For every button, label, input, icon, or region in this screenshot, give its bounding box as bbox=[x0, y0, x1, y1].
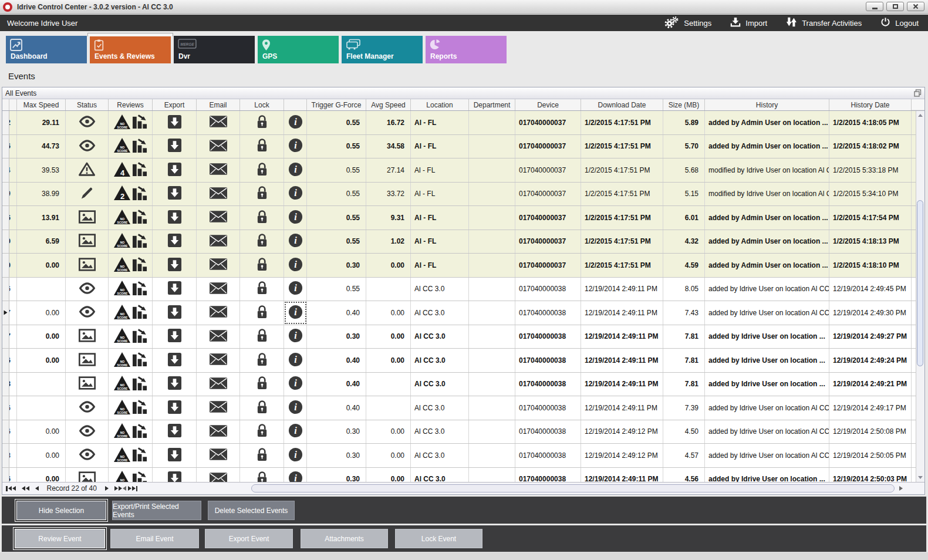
cell-download-date[interactable]: 1/2/2015 4:17:51 PM bbox=[581, 254, 663, 277]
cell-device[interactable]: 017040000038 bbox=[515, 420, 581, 444]
cell-size-mb[interactable]: 4.32 bbox=[663, 230, 705, 254]
cell-download-date[interactable]: 12/19/2014 2:49:11 PM bbox=[581, 349, 663, 372]
cell-max-speed[interactable]: 6.59 bbox=[17, 230, 66, 254]
cell-email[interactable] bbox=[197, 278, 240, 301]
cell-size-mb[interactable]: 7.43 bbox=[663, 301, 705, 325]
cell-email[interactable] bbox=[197, 158, 240, 182]
table-row[interactable]: 938.992i0.5533.72Al - FL0170400000371/2/… bbox=[2, 183, 924, 207]
cell-avg-speed[interactable] bbox=[366, 278, 411, 301]
cell-info[interactable]: i bbox=[284, 111, 307, 134]
cell-location[interactable]: Al CC 3.0 bbox=[411, 373, 469, 396]
cell-location[interactable]: Al CC 3.0 bbox=[411, 301, 469, 325]
cell-lock[interactable] bbox=[240, 230, 284, 254]
cell-max-speed[interactable]: 38.99 bbox=[17, 183, 66, 206]
horizontal-scrollbar-thumb[interactable] bbox=[251, 484, 895, 492]
cell-lock[interactable] bbox=[240, 183, 284, 206]
cell-avg-speed[interactable]: 0.00 bbox=[366, 254, 411, 277]
table-row[interactable]: 80.00NOSCOREi0.300.00Al CC 3.00170400000… bbox=[2, 444, 924, 468]
col-header-department[interactable]: Department bbox=[469, 99, 515, 110]
transfer-activities-button[interactable]: Transfer Activities bbox=[786, 17, 862, 29]
cell-department[interactable] bbox=[469, 373, 515, 396]
cell-reviews[interactable]: NOSCORE bbox=[109, 111, 153, 134]
table-row[interactable]: 00.00NOSCOREi0.300.00Al - FL017040000037… bbox=[2, 254, 924, 278]
cell-info[interactable]: i bbox=[284, 420, 307, 444]
email-event-button[interactable]: Email Event bbox=[110, 529, 199, 548]
cell-reviews[interactable]: NOSCORE bbox=[109, 254, 153, 277]
cell-location[interactable]: Al - FL bbox=[411, 230, 469, 254]
cell-location[interactable]: Al - FL bbox=[411, 111, 469, 134]
cell-partial-id[interactable]: 8 bbox=[9, 373, 17, 396]
cell-trigger-gforce[interactable]: 0.40 bbox=[307, 396, 366, 420]
cell-device[interactable]: 017040000037 bbox=[515, 254, 581, 277]
cell-lock[interactable] bbox=[240, 349, 284, 372]
last-record-button[interactable] bbox=[128, 486, 138, 491]
cell-export[interactable] bbox=[153, 278, 197, 301]
cell-trigger-gforce[interactable]: 0.40 bbox=[307, 373, 366, 396]
cell-info[interactable]: i bbox=[284, 254, 307, 277]
cell-device[interactable]: 017040000037 bbox=[515, 230, 581, 254]
cell-device[interactable]: 017040000037 bbox=[515, 206, 581, 230]
cell-department[interactable] bbox=[469, 420, 515, 444]
cell-department[interactable] bbox=[469, 349, 515, 372]
cell-location[interactable]: Al - FL bbox=[411, 206, 469, 230]
cell-avg-speed[interactable]: 0.00 bbox=[366, 444, 411, 467]
cell-location[interactable]: Al CC 3.0 bbox=[411, 468, 469, 483]
cell-department[interactable] bbox=[469, 254, 515, 277]
col-header-size-mb[interactable]: Size (MB) bbox=[663, 99, 705, 110]
cell-trigger-gforce[interactable]: 0.40 bbox=[307, 301, 366, 325]
maximize-button[interactable] bbox=[886, 2, 904, 11]
cell-partial-id[interactable]: 6 bbox=[9, 349, 17, 372]
cell-avg-speed[interactable]: 0.00 bbox=[366, 468, 411, 483]
cell-export[interactable] bbox=[153, 373, 197, 396]
cell-status[interactable] bbox=[66, 278, 109, 301]
export-event-button[interactable]: Export Event bbox=[205, 529, 293, 548]
cell-status[interactable] bbox=[66, 206, 109, 230]
cell-trigger-gforce[interactable]: 0.55 bbox=[307, 230, 366, 254]
cell-size-mb[interactable]: 7.39 bbox=[663, 396, 705, 420]
cell-department[interactable] bbox=[469, 325, 515, 349]
cell-max-speed[interactable] bbox=[17, 396, 66, 420]
cell-status[interactable] bbox=[66, 183, 109, 206]
cell-max-speed[interactable]: 44.73 bbox=[17, 135, 66, 158]
lock-event-button[interactable]: Lock Event bbox=[395, 529, 482, 548]
cell-export[interactable] bbox=[153, 444, 197, 467]
cell-info[interactable]: i bbox=[284, 301, 307, 325]
cell-department[interactable] bbox=[469, 158, 515, 182]
cell-location[interactable]: Al - FL bbox=[411, 183, 469, 206]
cell-history-date[interactable]: 12/19/2014 2:49:21 PM bbox=[829, 373, 912, 396]
cell-avg-speed[interactable] bbox=[366, 373, 411, 396]
cell-partial-id[interactable]: 7 bbox=[9, 325, 17, 349]
scroll-down-icon[interactable] bbox=[916, 473, 924, 482]
cell-location[interactable]: Al - FL bbox=[411, 254, 469, 277]
cell-email[interactable] bbox=[197, 444, 240, 467]
cell-email[interactable] bbox=[197, 206, 240, 230]
cell-size-mb[interactable]: 7.81 bbox=[663, 349, 705, 372]
cell-status[interactable] bbox=[66, 444, 109, 467]
cell-history[interactable]: added by Admin User on location ... bbox=[705, 206, 829, 230]
cell-status[interactable] bbox=[66, 230, 109, 254]
export-print-selected-events-button[interactable]: Export/Print Selected Events bbox=[112, 501, 201, 520]
cell-size-mb[interactable]: 4.57 bbox=[663, 444, 705, 467]
cell-department[interactable] bbox=[469, 301, 515, 325]
cell-avg-speed[interactable]: 0.00 bbox=[366, 325, 411, 349]
cell-export[interactable] bbox=[153, 420, 197, 444]
cell-max-speed[interactable] bbox=[17, 278, 66, 301]
cell-department[interactable] bbox=[469, 206, 515, 230]
cell-email[interactable] bbox=[197, 183, 240, 206]
cell-trigger-gforce[interactable]: 0.55 bbox=[307, 183, 366, 206]
table-row[interactable]: 6NOSCOREi0.40Al CC 3.001704000003812/19/… bbox=[2, 396, 924, 420]
cell-location[interactable]: Al CC 3.0 bbox=[411, 420, 469, 444]
col-header-history-date[interactable]: History Date bbox=[829, 99, 912, 110]
cell-max-speed[interactable]: 0.00 bbox=[17, 301, 66, 325]
cell-history-date[interactable]: 12/19/2014 2:50:03 PM bbox=[829, 468, 912, 483]
cell-email[interactable] bbox=[197, 396, 240, 420]
cell-reviews[interactable]: NOSCORE bbox=[109, 230, 153, 254]
cell-history-date[interactable]: 1/2/2015 4:18:13 PM bbox=[829, 230, 912, 254]
cell-download-date[interactable]: 12/19/2014 2:49:11 PM bbox=[581, 396, 663, 420]
cell-avg-speed[interactable]: 16.72 bbox=[366, 111, 411, 134]
cell-history[interactable]: added by Idrive User on location ... bbox=[705, 349, 829, 372]
cell-export[interactable] bbox=[153, 254, 197, 277]
cell-partial-id[interactable]: 2 bbox=[9, 111, 17, 134]
cell-max-speed[interactable]: 13.91 bbox=[17, 206, 66, 230]
cell-lock[interactable] bbox=[240, 206, 284, 230]
